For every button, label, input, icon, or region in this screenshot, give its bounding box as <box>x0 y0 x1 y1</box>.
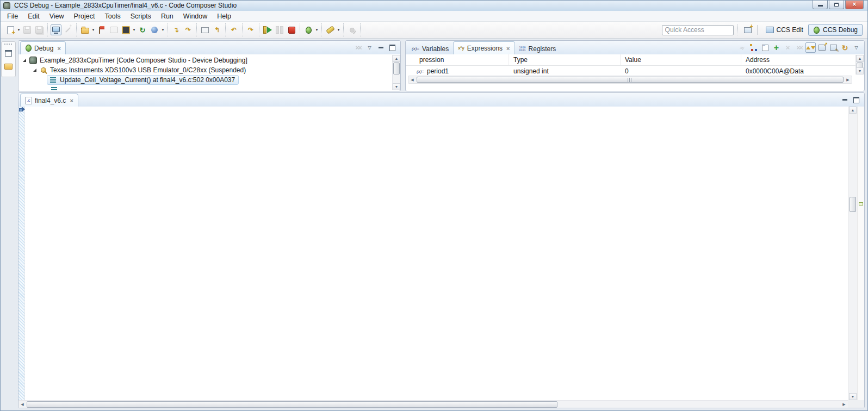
scrollbar-thumb[interactable] <box>393 63 400 74</box>
open-perspective-icon[interactable] <box>742 24 753 35</box>
fast-forward-icon[interactable] <box>245 24 256 35</box>
editor-vscrollbar[interactable]: ▲ ▼ <box>848 107 857 400</box>
dropdown-icon[interactable]: ▾ <box>336 24 341 35</box>
quick-access-input[interactable] <box>662 25 734 35</box>
tree-item-launch[interactable]: Example_2833xCpuTimer [Code Composer Stu… <box>18 55 400 65</box>
menu-view[interactable]: View <box>45 11 69 21</box>
maximize-icon[interactable] <box>387 42 398 53</box>
debug-scrollbar[interactable]: ▲ ▼ <box>392 55 400 90</box>
open-project-icon[interactable] <box>79 24 90 35</box>
close-icon[interactable]: × <box>57 45 60 52</box>
menu-file[interactable]: File <box>2 11 23 21</box>
menu-scripts[interactable]: Scripts <box>126 11 156 21</box>
tree-item-device[interactable]: Texas Instruments XDS100v3 USB Emulator_… <box>18 65 400 75</box>
layout-icon[interactable] <box>748 42 759 53</box>
scrollbar-thumb[interactable] <box>850 197 856 212</box>
dropdown-icon[interactable]: ▾ <box>160 24 165 35</box>
tab-expressions[interactable]: x²y Expressions × <box>453 41 514 54</box>
expression-row[interactable]: (x)= period1 unsigned int 0 0x0000C00A@D… <box>406 66 855 77</box>
close-icon[interactable]: × <box>506 45 510 52</box>
menu-tools[interactable]: Tools <box>100 11 125 21</box>
flash-icon[interactable] <box>120 24 131 35</box>
close-icon[interactable]: × <box>70 97 73 104</box>
remove-all-expressions-icon[interactable] <box>794 42 804 53</box>
menu-project[interactable]: Project <box>69 11 100 21</box>
resume-icon[interactable] <box>262 24 273 35</box>
collapse-all-icon[interactable] <box>760 42 770 53</box>
close-window-button[interactable]: × <box>845 0 864 9</box>
scroll-down-icon[interactable]: ▼ <box>856 67 864 74</box>
tab-debug[interactable]: Debug × <box>20 41 66 54</box>
remove-all-terminated-icon[interactable] <box>353 42 363 53</box>
remove-expression-icon[interactable] <box>783 42 793 53</box>
menu-help[interactable]: Help <box>212 11 236 21</box>
new-window-icon[interactable] <box>817 42 827 53</box>
debug-launch-icon[interactable] <box>303 24 314 35</box>
instruction-pointer-marker[interactable] <box>859 202 863 205</box>
column-address[interactable]: Address <box>741 54 855 65</box>
step-over-icon[interactable] <box>183 24 194 35</box>
scroll-down-icon[interactable]: ▼ <box>849 393 857 400</box>
maximize-icon[interactable] <box>851 95 861 105</box>
save-all-icon[interactable] <box>34 24 45 35</box>
scroll-down-icon[interactable]: ▼ <box>393 83 400 90</box>
tab-final4-v6-c[interactable]: final4_v6.c × <box>20 94 78 107</box>
menu-window[interactable]: Window <box>178 11 212 21</box>
dropdown-icon[interactable]: ▾ <box>132 24 137 35</box>
refresh-icon[interactable] <box>840 42 850 53</box>
step-return-icon[interactable] <box>212 24 222 35</box>
restore-window-button[interactable] <box>829 0 844 9</box>
scroll-up-icon[interactable]: ▲ <box>849 107 857 114</box>
scroll-up-icon[interactable]: ▲ <box>856 55 864 62</box>
column-value[interactable]: Value <box>621 54 741 65</box>
perspective-ccs-edit-button[interactable]: CCS Edit <box>761 24 808 36</box>
suspend-icon[interactable] <box>274 24 285 35</box>
view-menu-icon[interactable] <box>364 42 375 53</box>
scroll-left-icon[interactable]: ◀ <box>408 76 416 83</box>
minimize-icon[interactable] <box>840 95 850 105</box>
source-lookup-icon[interactable] <box>200 24 210 35</box>
add-expression-icon[interactable] <box>771 42 782 53</box>
debug-config-icon[interactable] <box>51 24 61 35</box>
menu-run[interactable]: Run <box>156 11 178 21</box>
scroll-right-icon[interactable]: ▶ <box>840 401 848 408</box>
number-format-icon[interactable] <box>805 42 816 53</box>
scroll-right-icon[interactable]: ▶ <box>844 76 852 83</box>
scroll-up-icon[interactable]: ▲ <box>393 55 400 62</box>
run-launch-icon[interactable] <box>325 24 336 35</box>
tree-item-partial[interactable] <box>18 85 400 91</box>
overview-ruler[interactable] <box>857 107 864 400</box>
minimize-icon[interactable] <box>376 42 386 53</box>
tray-grip[interactable] <box>4 43 13 45</box>
reset-cpu-icon[interactable] <box>137 24 148 35</box>
terminate-icon[interactable] <box>286 24 297 35</box>
expressions-hscrollbar[interactable]: ◀ ▶ <box>408 76 852 84</box>
menu-edit[interactable]: Edit <box>23 11 45 21</box>
project-explorer-icon[interactable] <box>3 61 14 72</box>
pin-icon[interactable] <box>346 24 357 35</box>
step-into-icon[interactable] <box>171 24 182 35</box>
highlight-source-icon[interactable] <box>63 24 73 35</box>
dropdown-icon[interactable]: ▾ <box>16 24 21 35</box>
breakpoint-margin[interactable] <box>18 107 25 400</box>
expanded-twisty-icon[interactable] <box>33 68 36 72</box>
dropdown-icon[interactable]: ▾ <box>91 24 96 35</box>
tab-variables[interactable]: (x)= Variables <box>407 43 453 54</box>
tab-registers[interactable]: 1010 0101 Registers <box>515 43 561 54</box>
show-types-icon[interactable] <box>737 42 747 53</box>
expanded-twisty-icon[interactable] <box>23 59 26 62</box>
restore-view-icon[interactable] <box>3 48 14 59</box>
scroll-left-icon[interactable]: ◀ <box>18 401 26 408</box>
new-icon[interactable] <box>5 24 16 35</box>
minimize-window-button[interactable] <box>813 0 828 9</box>
tree-item-stack-frame[interactable]: Update_Cell_Voltage_Current() at final4_… <box>18 75 400 85</box>
code-editor[interactable] <box>45 107 864 400</box>
expressions-vscrollbar[interactable]: ▲ ▼ <box>855 55 864 74</box>
perspective-ccs-debug-button[interactable]: CCS Debug <box>808 24 863 36</box>
rewind-icon[interactable] <box>228 24 239 35</box>
column-expression[interactable]: pression <box>406 54 509 65</box>
restart-icon[interactable] <box>149 24 160 35</box>
console-icon[interactable] <box>108 24 119 35</box>
scrollbar-thumb[interactable] <box>417 77 844 83</box>
column-type[interactable]: Type <box>509 54 621 65</box>
